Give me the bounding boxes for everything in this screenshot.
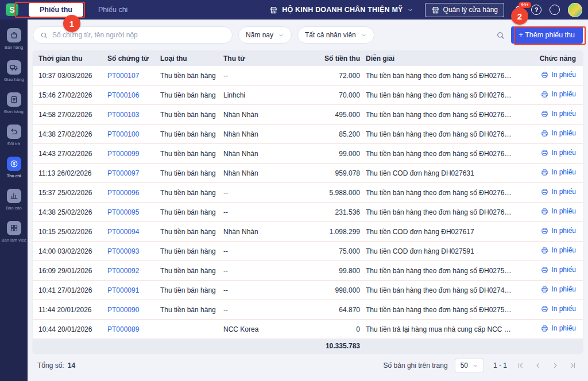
- table-row[interactable]: 15:37 25/02/2026PT000096Thu tiền bán hàn…: [33, 183, 583, 203]
- cell-from: Nhàn Nhàn: [223, 111, 305, 119]
- print-voucher-link[interactable]: In phiếu: [541, 129, 576, 137]
- table-row[interactable]: 16:09 29/01/2026PT000092Thu tiền bán hàn…: [33, 261, 583, 281]
- cell-type: Thu tiền bán hàng: [160, 72, 223, 80]
- print-voucher-link[interactable]: In phiếu: [541, 266, 576, 274]
- sidebar-item-doi-tra[interactable]: Đổi trả: [0, 122, 28, 154]
- store-selector[interactable]: HỘ KINH DOANH CHÂN THIỆN MỸ: [269, 6, 413, 14]
- table-row[interactable]: 14:38 27/02/2026PT000100Thu tiền bán hàn…: [33, 125, 583, 144]
- print-voucher-link[interactable]: In phiếu: [541, 285, 576, 293]
- voucher-code-link[interactable]: PT000107: [107, 72, 139, 80]
- store-icon: [269, 6, 278, 14]
- manage-store-label: Quản lý cửa hàng: [443, 6, 498, 14]
- status-circle-icon[interactable]: [550, 5, 560, 15]
- voucher-code-link[interactable]: PT000089: [107, 325, 139, 333]
- advanced-search-button[interactable]: [493, 27, 509, 43]
- help-button[interactable]: ?: [531, 5, 541, 15]
- print-voucher-link[interactable]: In phiếu: [541, 149, 576, 157]
- prev-page-button[interactable]: [532, 360, 544, 371]
- table-row[interactable]: 10:37 03/03/2026PT000107Thu tiền bán hàn…: [33, 66, 583, 85]
- printer-icon: [541, 227, 548, 235]
- sidebar-item-thu-chi[interactable]: Thu chi: [0, 154, 28, 186]
- chevron-down-icon: [278, 32, 284, 38]
- cell-time: 14:38 25/02/2026: [38, 208, 107, 216]
- next-page-button[interactable]: [550, 360, 561, 371]
- voucher-code-link[interactable]: PT000097: [107, 169, 139, 177]
- add-receipt-button[interactable]: + Thêm phiếu thu: [511, 26, 583, 44]
- tab-phieu-thu[interactable]: Phiếu thu: [29, 3, 83, 17]
- search-input[interactable]: [52, 31, 225, 39]
- table-row[interactable]: 15:46 27/02/2026PT000106Thu tiền bán hàn…: [33, 85, 583, 105]
- cell-amount: 5.988.000: [305, 189, 366, 197]
- money-icon: [7, 157, 21, 171]
- first-page-button[interactable]: [515, 360, 527, 371]
- printer-icon: [541, 169, 548, 176]
- cell-amount: 0: [305, 325, 366, 333]
- print-voucher-link[interactable]: In phiếu: [541, 168, 576, 176]
- print-voucher-link[interactable]: In phiếu: [541, 207, 576, 215]
- print-voucher-link[interactable]: In phiếu: [541, 110, 576, 118]
- table-row[interactable]: 10:44 20/01/2026PT000089NCC Korea0Thu ti…: [33, 320, 583, 339]
- per-page-select[interactable]: 50: [455, 359, 484, 372]
- table-body: 10:37 03/03/2026PT000107Thu tiền bán hàn…: [33, 66, 583, 339]
- print-voucher-link[interactable]: In phiếu: [541, 71, 576, 79]
- print-voucher-link[interactable]: In phiếu: [541, 246, 576, 254]
- voucher-code-link[interactable]: PT000099: [107, 150, 139, 158]
- notifications-button[interactable]: 99+: [513, 5, 523, 15]
- sidebar-item-don-hang[interactable]: Đơn hàng: [0, 90, 28, 122]
- period-select[interactable]: Năm nay: [238, 26, 292, 44]
- table-footer: Tổng số: 14 Số bản ghi trên trang 50 1 -…: [33, 355, 583, 376]
- print-voucher-link[interactable]: In phiếu: [541, 305, 576, 313]
- chevron-down-icon: [407, 7, 413, 13]
- voucher-code-link[interactable]: PT000094: [107, 228, 139, 236]
- user-avatar[interactable]: [568, 3, 582, 17]
- manage-store-button[interactable]: Quản lý cửa hàng: [425, 3, 504, 17]
- printer-icon: [541, 325, 548, 332]
- cell-from: --: [223, 286, 305, 294]
- total-amount: 10.335.783: [305, 342, 366, 350]
- cell-amount: 85.200: [305, 130, 366, 138]
- print-voucher-link[interactable]: In phiếu: [541, 324, 576, 332]
- print-label: In phiếu: [551, 305, 576, 313]
- voucher-code-link[interactable]: PT000096: [107, 189, 139, 197]
- voucher-code-link[interactable]: PT000095: [107, 208, 139, 216]
- print-voucher-link[interactable]: In phiếu: [541, 188, 576, 196]
- voucher-code-link[interactable]: PT000106: [107, 91, 139, 99]
- refund-icon: [7, 125, 21, 139]
- print-voucher-link[interactable]: In phiếu: [541, 227, 576, 235]
- print-voucher-link[interactable]: In phiếu: [541, 90, 576, 98]
- voucher-code-link[interactable]: PT000091: [107, 286, 139, 294]
- table-row[interactable]: 14:38 25/02/2026PT000095Thu tiền bán hàn…: [33, 203, 583, 222]
- table-row[interactable]: 10:15 25/02/2026PT000094Thu tiền bán hàn…: [33, 222, 583, 242]
- table-row[interactable]: 14:00 03/02/2026PT000093Thu tiền bán hàn…: [33, 242, 583, 261]
- cell-time: 14:43 27/02/2026: [38, 150, 107, 158]
- sidebar-item-giao-hang[interactable]: Giao hàng: [0, 57, 28, 90]
- sidebar-item-ban-lam-viec[interactable]: Bàn làm việc: [0, 218, 28, 250]
- sidebar-item-label: Báo cáo: [6, 205, 22, 211]
- table-row[interactable]: 10:41 27/01/2026PT000091Thu tiền bán hàn…: [33, 281, 583, 300]
- table-row[interactable]: 11:44 20/01/2026PT000090Thu tiền bán hàn…: [33, 300, 583, 320]
- cell-desc: Thu tiền bán hàng theo đơn hàng số ĐH027…: [366, 286, 517, 294]
- last-page-button[interactable]: [567, 360, 578, 371]
- truck-icon: [7, 60, 21, 75]
- printer-icon: [541, 91, 548, 98]
- voucher-code-link[interactable]: PT000092: [107, 267, 139, 275]
- table-row[interactable]: 14:58 27/02/2026PT000103Thu tiền bán hàn…: [33, 105, 583, 125]
- staff-select[interactable]: Tất cả nhân viên: [297, 26, 374, 44]
- print-label: In phiếu: [551, 227, 576, 235]
- per-page-label: Số bản ghi trên trang: [384, 361, 448, 370]
- table-row[interactable]: 14:43 27/02/2026PT000099Thu tiền bán hàn…: [33, 144, 583, 164]
- column-header: Số chứng từ: [107, 55, 160, 63]
- sidebar-item-ban-hang[interactable]: Bán hàng: [0, 25, 28, 57]
- voucher-code-link[interactable]: PT000093: [107, 247, 139, 255]
- search-icon: [496, 31, 505, 40]
- cell-type: Thu tiền bán hàng: [160, 208, 223, 216]
- table-row[interactable]: 11:13 26/02/2026PT000097Thu tiền bán hàn…: [33, 164, 583, 183]
- cell-amount: 959.078: [305, 169, 366, 177]
- voucher-code-link[interactable]: PT000103: [107, 111, 139, 119]
- voucher-code-link[interactable]: PT000100: [107, 130, 139, 138]
- sidebar-item-bao-cao[interactable]: Báo cáo: [0, 186, 28, 218]
- sidebar-item-label: Thu chi: [7, 173, 21, 178]
- cell-desc: Thu tiền COD đơn hàng ĐH027591: [366, 247, 517, 255]
- voucher-code-link[interactable]: PT000090: [107, 306, 139, 314]
- tab-phieu-chi[interactable]: Phiếu chi: [98, 6, 127, 14]
